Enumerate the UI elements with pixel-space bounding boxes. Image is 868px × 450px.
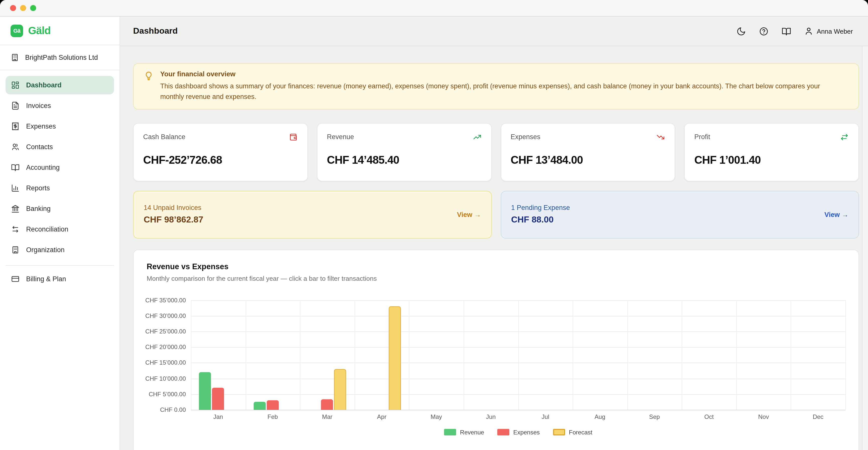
close-window-button[interactable] — [10, 5, 16, 11]
pending-expense-banner[interactable]: 1 Pending Expense CHF 88.00 View → — [501, 191, 859, 238]
legend-label: Forecast — [569, 429, 592, 436]
lightbulb-icon — [144, 71, 154, 81]
stat-card-cash-balance: Cash BalanceCHF-252’726.68 — [133, 123, 308, 181]
overview-banner-body: This dashboard shows a summary of your f… — [160, 82, 848, 102]
expenses-bar-mar[interactable] — [321, 399, 333, 410]
sidebar-item-dashboard[interactable]: Dashboard — [5, 76, 114, 94]
zoom-window-button[interactable] — [30, 5, 36, 11]
bar-slot — [539, 300, 552, 410]
x-axis-tick: Oct — [682, 413, 736, 420]
chart-column-apr — [354, 300, 409, 410]
chart-legend: RevenueExpensesForecast — [191, 429, 845, 436]
stat-card-label: Cash Balance — [143, 133, 185, 141]
company-selector[interactable]: BrightPath Solutions Ltd — [0, 45, 120, 70]
gridline-horizontal — [191, 410, 845, 410]
sidebar-item-organization[interactable]: Organization — [5, 240, 114, 259]
wallet-icon — [289, 133, 298, 141]
expenses-bar-feb[interactable] — [267, 400, 279, 410]
y-axis-tick: CHF 35’000.00 — [146, 297, 186, 304]
sidebar-item-billing-plan[interactable]: Billing & Plan — [5, 270, 114, 288]
legend-swatch — [497, 429, 509, 436]
dark-mode-toggle-moon-icon[interactable] — [736, 26, 746, 36]
sidebar-item-reconciliation[interactable]: Reconciliation — [5, 220, 114, 238]
stat-card-value: CHF 1’001.40 — [694, 154, 849, 167]
unpaid-invoices-text: 14 Unpaid Invoices CHF 98’862.87 — [144, 204, 203, 225]
chart-column-jan — [191, 300, 245, 410]
window-titlebar — [0, 0, 868, 17]
bar-slot — [484, 300, 497, 410]
bar-slot — [199, 300, 212, 410]
bar-slot — [212, 300, 225, 410]
unpaid-invoices-banner[interactable]: 14 Unpaid Invoices CHF 98’862.87 View → — [133, 191, 492, 238]
help-icon[interactable] — [759, 26, 769, 36]
chart-column-jun — [464, 300, 518, 410]
sidebar-nav: DashboardInvoicesExpensesContactsAccount… — [0, 70, 120, 261]
bar-slot — [552, 300, 565, 410]
user-menu[interactable]: Anna Weber — [804, 27, 853, 36]
forecast-bar-apr[interactable] — [389, 307, 401, 410]
stat-card-expenses: ExpensesCHF 13’484.00 — [501, 123, 675, 181]
bar-slot — [308, 300, 321, 410]
unpaid-invoices-label: 14 Unpaid Invoices — [144, 204, 203, 212]
chart-title: Revenue vs Expenses — [147, 262, 845, 271]
legend-item-forecast: Forecast — [553, 429, 592, 436]
stat-cards: Cash BalanceCHF-252’726.68RevenueCHF 14’… — [133, 123, 859, 181]
stat-card-value: CHF 14’485.40 — [327, 154, 482, 167]
docs-book-icon[interactable] — [782, 26, 791, 36]
bar-slot — [593, 300, 607, 410]
stat-card-value: CHF 13’484.00 — [510, 154, 665, 167]
trending-up-icon — [472, 133, 482, 141]
bar-slot — [703, 300, 716, 410]
bar-slot — [757, 300, 770, 410]
sidebar: Gä Gäld BrightPath Solutions Ltd Dashboa… — [0, 17, 120, 450]
revenue-bar-jan[interactable] — [199, 372, 211, 410]
profit-arrows-icon — [840, 133, 849, 141]
stat-card-value: CHF-252’726.68 — [143, 154, 298, 167]
bar-slot — [716, 300, 728, 410]
header-actions: Anna Weber — [736, 26, 853, 36]
stat-card-profit: ProfitCHF 1’001.40 — [684, 123, 859, 181]
sidebar-item-invoices[interactable]: Invoices — [5, 96, 114, 115]
chart-column-mar — [300, 300, 354, 410]
trending-down-icon — [656, 133, 665, 141]
overview-banner: Your financial overview This dashboard s… — [133, 63, 859, 109]
sidebar-item-banking[interactable]: Banking — [5, 199, 114, 218]
receipt-icon — [11, 122, 20, 131]
minimize-window-button[interactable] — [20, 5, 26, 11]
bar-slot — [471, 300, 484, 410]
window-body: Gä Gäld BrightPath Solutions Ltd Dashboa… — [0, 17, 868, 450]
sidebar-item-reports[interactable]: Reports — [5, 179, 114, 197]
bar-slot — [388, 300, 401, 410]
expenses-bar-jan[interactable] — [212, 387, 224, 410]
view-unpaid-invoices-link[interactable]: View → — [457, 211, 481, 219]
building-icon — [11, 246, 20, 254]
chart-column-jul — [518, 300, 572, 410]
chart-column-oct — [682, 300, 736, 410]
chart-column-feb — [245, 300, 300, 410]
x-axis-tick: Sep — [627, 413, 682, 420]
stat-card-top: Revenue — [327, 133, 482, 141]
sidebar-item-expenses[interactable]: Expenses — [5, 117, 114, 136]
x-axis-tick: Feb — [245, 413, 300, 420]
x-axis-tick: Jul — [518, 413, 572, 420]
chart-card: Revenue vs Expenses Monthly comparison f… — [133, 250, 859, 450]
sidebar-item-label: Reports — [26, 184, 50, 192]
scrollbar[interactable] — [862, 46, 868, 450]
dashboard-content: Your financial overview This dashboard s… — [120, 46, 868, 450]
forecast-bar-mar[interactable] — [334, 369, 346, 410]
chart-column-nov — [736, 300, 791, 410]
company-building-icon — [10, 53, 19, 62]
y-axis-tick: CHF 15’000.00 — [146, 359, 186, 366]
chart-column-dec — [791, 300, 845, 410]
view-pending-expense-link[interactable]: View → — [824, 211, 848, 219]
chart-columns — [191, 300, 845, 410]
sidebar-item-contacts[interactable]: Contacts — [5, 138, 114, 156]
users-icon — [11, 142, 20, 151]
bar-slot — [811, 300, 825, 410]
legend-item-expenses: Expenses — [497, 429, 540, 436]
y-axis-tick: CHF 25’000.00 — [146, 328, 186, 335]
sidebar-divider — [5, 265, 114, 266]
revenue-bar-feb[interactable] — [254, 402, 266, 410]
app-window: Gä Gäld BrightPath Solutions Ltd Dashboa… — [0, 0, 868, 450]
sidebar-item-accounting[interactable]: Accounting — [5, 158, 114, 177]
